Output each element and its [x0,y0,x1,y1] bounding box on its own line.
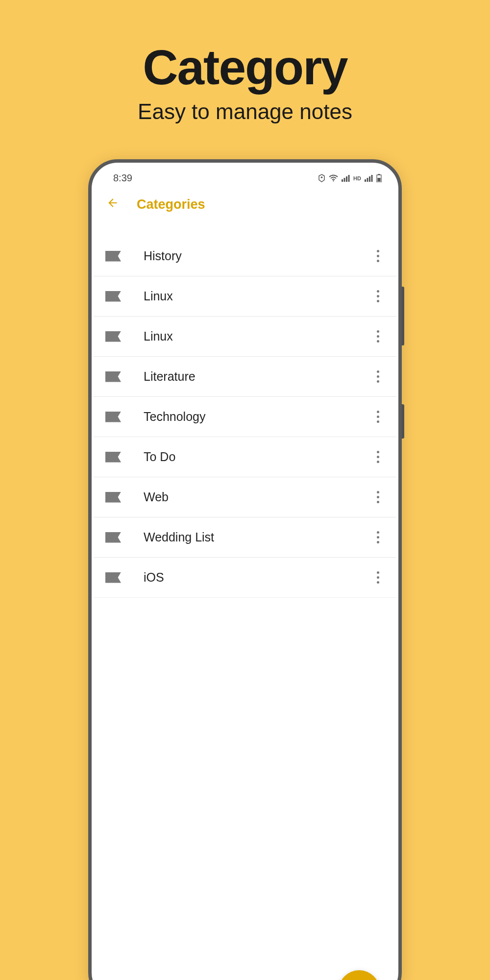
bookmark-icon [105,412,121,422]
promo-title: Category [0,39,490,96]
category-label: Web [144,490,372,504]
category-row[interactable]: Web [94,477,396,517]
promo-subtitle: Easy to manage notes [0,99,490,124]
category-label: History [144,249,372,263]
svg-rect-6 [367,178,368,182]
page-title: Categories [137,197,205,212]
more-options-button[interactable] [372,447,384,467]
signal-icon [342,174,350,182]
svg-rect-2 [344,178,345,182]
more-options-button[interactable] [372,327,384,346]
svg-rect-5 [365,179,366,182]
svg-rect-8 [371,175,373,182]
category-row[interactable]: Wedding List [94,517,396,558]
category-list: History Linux Linux Literature [94,236,396,598]
svg-rect-1 [342,179,343,182]
bookmark-icon [105,532,121,543]
svg-point-0 [333,180,334,182]
category-row[interactable]: Technology [94,397,396,437]
category-label: Wedding List [144,530,372,544]
category-label: To Do [144,450,372,464]
bookmark-icon [105,572,121,583]
more-options-button[interactable] [372,488,384,507]
bookmark-icon [105,492,121,503]
battery-icon [376,174,382,182]
back-button[interactable] [103,196,119,213]
more-options-button[interactable] [372,246,384,266]
more-options-button[interactable] [372,407,384,427]
category-label: Technology [144,410,372,424]
category-row[interactable]: iOS [94,558,396,598]
add-category-button[interactable]: + [339,970,380,980]
more-options-button[interactable] [372,568,384,588]
status-time: 8:39 [113,172,132,184]
svg-rect-4 [348,175,350,182]
hd-indicator: HD [353,175,361,181]
more-options-button[interactable] [372,287,384,306]
category-label: Literature [144,369,372,384]
svg-rect-7 [369,176,370,182]
category-row[interactable]: History [94,236,396,276]
category-label: Linux [144,329,372,343]
category-label: Linux [144,289,372,303]
category-label: iOS [144,570,372,585]
phone-device: 8:39 HD [88,159,402,980]
category-row[interactable]: Linux [94,276,396,317]
category-row[interactable]: To Do [94,437,396,477]
more-options-button[interactable] [372,528,384,547]
bookmark-icon [105,291,121,302]
bookmark-icon [105,331,121,342]
signal-icon [365,174,373,182]
alarm-icon [318,174,325,182]
wifi-icon [329,174,338,182]
bookmark-icon [105,371,121,382]
category-row[interactable]: Linux [94,317,396,357]
bookmark-icon [105,452,121,463]
status-bar: 8:39 HD [94,165,396,187]
category-row[interactable]: Literature [94,357,396,397]
svg-rect-3 [346,176,347,182]
bookmark-icon [105,251,121,262]
svg-rect-11 [378,178,381,182]
more-options-button[interactable] [372,367,384,387]
app-header: Categories [94,187,396,222]
